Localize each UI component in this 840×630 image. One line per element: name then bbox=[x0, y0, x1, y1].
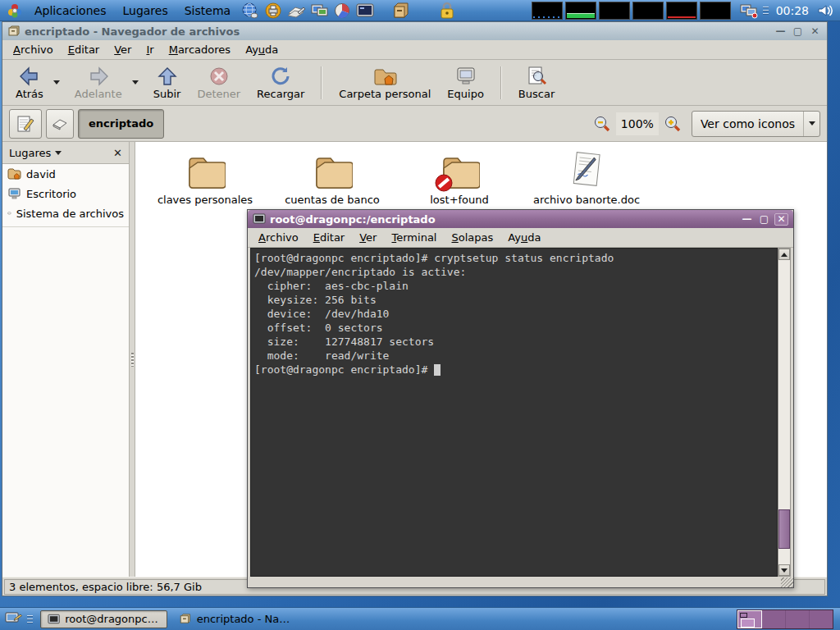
zoom-in-button[interactable] bbox=[663, 115, 682, 133]
workspace-switcher[interactable] bbox=[737, 609, 833, 629]
file-manager-menubar: Archivo Editar Ver Ir Marcadores Ayuda bbox=[2, 40, 827, 60]
menu-lugares[interactable]: Lugares bbox=[114, 2, 176, 19]
volume-icon[interactable] bbox=[814, 1, 837, 21]
terminal-screen[interactable]: [root@dragonpc encriptado]# cryptsetup s… bbox=[250, 248, 778, 577]
zoom-out-button[interactable] bbox=[592, 115, 612, 133]
maximize-button[interactable]: ▢ bbox=[791, 25, 805, 38]
terminal-line: mode: read/write bbox=[254, 349, 774, 363]
printer-icon[interactable] bbox=[262, 1, 285, 21]
system-monitor-net[interactable] bbox=[599, 2, 630, 20]
back-button[interactable]: Atrás bbox=[7, 62, 52, 103]
terminal-scrollbar[interactable] bbox=[778, 248, 791, 577]
screens-icon[interactable] bbox=[308, 1, 331, 21]
stop-icon bbox=[208, 66, 230, 87]
file-manager-titlebar[interactable]: encriptado - Navegador de archivos — ▢ ✕ bbox=[2, 22, 827, 40]
system-monitor-load[interactable] bbox=[666, 2, 697, 20]
sidebar-item-escritorio[interactable]: Escritorio bbox=[2, 184, 129, 203]
file-archivo-banorte-doc[interactable]: archivo banorte.doc bbox=[525, 150, 648, 206]
sidebar-mode-dropdown[interactable]: Lugares bbox=[9, 147, 113, 159]
eraser-button[interactable] bbox=[46, 109, 74, 139]
applet-handle[interactable] bbox=[763, 2, 769, 19]
menu-ir[interactable]: Ir bbox=[139, 40, 161, 59]
archive-manager-icon[interactable] bbox=[390, 1, 413, 21]
distro-logo-icon[interactable] bbox=[3, 1, 26, 21]
menu-terminal[interactable]: Terminal bbox=[384, 228, 444, 247]
menu-archivo[interactable]: Archivo bbox=[251, 228, 306, 247]
scroll-up-icon[interactable] bbox=[778, 249, 790, 260]
sidebar-item-sistema-de-archivos[interactable]: Sistema de archivos bbox=[2, 203, 129, 223]
scroll-down-icon[interactable] bbox=[778, 564, 790, 576]
sidebar-close-icon[interactable]: ✕ bbox=[113, 147, 122, 159]
status-text: 3 elementos, espacio libre: 56,7 Gib bbox=[9, 581, 202, 593]
workspace-1[interactable] bbox=[737, 610, 762, 628]
menu-ver[interactable]: Ver bbox=[352, 228, 384, 247]
workspace-4[interactable] bbox=[810, 610, 833, 628]
workspace-2[interactable] bbox=[762, 610, 786, 628]
menu-editar[interactable]: Editar bbox=[61, 40, 107, 59]
compose-mail-icon[interactable] bbox=[285, 1, 308, 21]
lock-screen-icon[interactable] bbox=[436, 1, 459, 21]
menu-sistema[interactable]: Sistema bbox=[176, 2, 239, 19]
forward-history-dropdown[interactable] bbox=[130, 66, 140, 99]
menu-editar[interactable]: Editar bbox=[306, 228, 353, 247]
search-button[interactable]: Buscar bbox=[510, 62, 563, 103]
terminal-line: size: 127748817 sectors bbox=[254, 335, 774, 349]
network-monitor-icon[interactable] bbox=[737, 1, 760, 21]
terminal-window: root@dragonpc:/encriptado — ▢ ✕ Archivo … bbox=[247, 209, 794, 588]
file-claves-personales[interactable]: claves personales bbox=[144, 150, 267, 206]
menu-ayuda[interactable]: Ayuda bbox=[238, 40, 285, 59]
no-read-emblem-icon bbox=[434, 173, 454, 193]
show-desktop-button[interactable] bbox=[2, 609, 25, 629]
close-button[interactable]: ✕ bbox=[808, 25, 822, 38]
back-history-dropdown[interactable] bbox=[52, 66, 62, 99]
file-lost-found[interactable]: lost+found bbox=[398, 150, 521, 206]
clock[interactable]: 00:28 bbox=[776, 4, 809, 17]
location-bar: encriptado 100% Ver como iconos bbox=[2, 106, 827, 142]
home-button[interactable]: Carpeta personal bbox=[331, 62, 439, 103]
pane-resize-handle[interactable] bbox=[130, 142, 135, 577]
system-monitor-mem[interactable] bbox=[565, 2, 596, 20]
system-monitor-cpu[interactable] bbox=[532, 2, 563, 20]
scrollbar-trough[interactable] bbox=[778, 260, 790, 564]
piechart-icon[interactable] bbox=[331, 1, 354, 21]
path-button-encriptado[interactable]: encriptado bbox=[78, 109, 164, 139]
scrollbar-thumb[interactable] bbox=[778, 509, 790, 549]
sidebar-item-david[interactable]: david bbox=[2, 164, 129, 184]
web-browser-icon[interactable] bbox=[239, 1, 262, 21]
file-cuentas-de-banco[interactable]: cuentas de banco bbox=[271, 150, 394, 206]
view-mode-combo[interactable]: Ver como iconos bbox=[692, 111, 820, 137]
window-title: encriptado - Navegador de archivos bbox=[25, 25, 769, 38]
menu-solapas[interactable]: Solapas bbox=[444, 228, 500, 247]
menu-marcadores[interactable]: Marcadores bbox=[162, 40, 238, 59]
menu-ver[interactable]: Ver bbox=[107, 40, 139, 59]
system-monitor-disk[interactable] bbox=[700, 2, 731, 20]
minimize-button[interactable]: — bbox=[774, 25, 788, 38]
up-button[interactable]: Subir bbox=[145, 62, 189, 103]
file-manager-toolbar: Atrás Adelante Subir Detener Recargar bbox=[2, 60, 827, 106]
workspace-3[interactable] bbox=[786, 610, 810, 628]
menu-ayuda[interactable]: Ayuda bbox=[500, 228, 548, 247]
close-button[interactable]: ✕ bbox=[774, 213, 788, 226]
terminal-window-icon bbox=[253, 213, 266, 225]
task-terminal[interactable]: root@dragonpc:/... bbox=[40, 610, 167, 628]
document-pen-icon bbox=[565, 150, 608, 191]
reload-icon bbox=[270, 66, 291, 87]
filesystem-disk-icon bbox=[7, 207, 11, 220]
toggle-location-entry-button[interactable] bbox=[9, 109, 42, 139]
window-list-handle[interactable] bbox=[27, 611, 33, 628]
computer-button[interactable]: Equipo bbox=[439, 62, 492, 103]
terminal-titlebar[interactable]: root@dragonpc:/encriptado — ▢ ✕ bbox=[248, 210, 793, 228]
terminal-line: offset: 0 sectors bbox=[254, 321, 774, 335]
terminal-launcher-icon[interactable] bbox=[354, 1, 377, 21]
resize-grip[interactable] bbox=[781, 578, 793, 587]
maximize-button[interactable]: ▢ bbox=[757, 213, 771, 226]
chevron-down-icon[interactable] bbox=[803, 112, 819, 136]
menu-aplicaciones[interactable]: Aplicaciones bbox=[26, 2, 114, 19]
stop-button[interactable]: Detener bbox=[189, 62, 249, 103]
reload-button[interactable]: Recargar bbox=[249, 62, 313, 103]
minimize-button[interactable]: — bbox=[740, 213, 754, 226]
system-monitor-swap[interactable] bbox=[632, 2, 664, 20]
menu-archivo[interactable]: Archivo bbox=[6, 40, 61, 59]
task-file-manager[interactable]: encriptado - Nav... bbox=[172, 610, 299, 628]
forward-button[interactable]: Adelante bbox=[66, 62, 130, 103]
